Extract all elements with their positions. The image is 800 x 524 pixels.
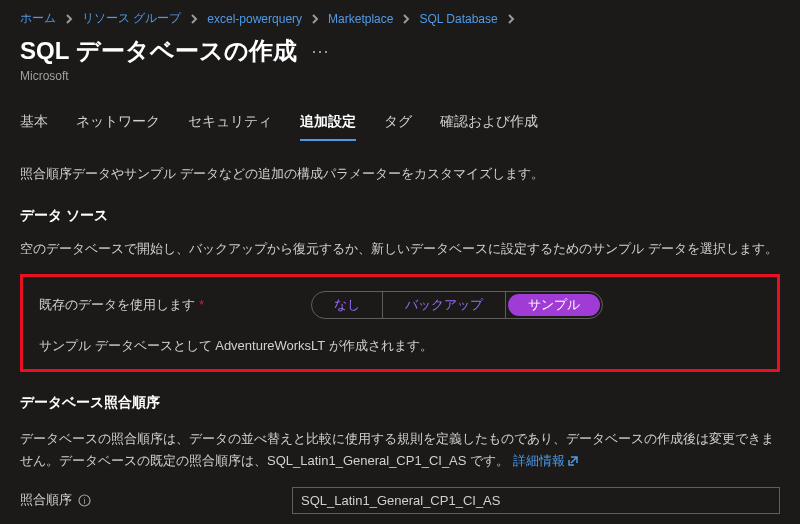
tabs: 基本 ネットワーク セキュリティ 追加設定 タグ 確認および作成	[20, 113, 780, 142]
collation-desc: データベースの照合順序は、データの並べ替えと比較に使用する規則を定義したものであ…	[20, 428, 780, 473]
tab-network[interactable]: ネットワーク	[76, 113, 160, 141]
breadcrumb-item[interactable]: excel-powerquery	[207, 12, 302, 26]
tab-tags[interactable]: タグ	[384, 113, 412, 141]
page-subtitle: Microsoft	[20, 69, 780, 83]
breadcrumb-item[interactable]: SQL Database	[419, 12, 497, 26]
more-actions-button[interactable]: ⋯	[311, 40, 331, 62]
breadcrumb-item[interactable]: Marketplace	[328, 12, 393, 26]
tab-additional-settings[interactable]: 追加設定	[300, 113, 356, 141]
chevron-right-icon	[506, 14, 516, 24]
data-option-segmented: なし バックアップ サンプル	[311, 291, 603, 319]
data-option-none[interactable]: なし	[312, 292, 383, 318]
chevron-right-icon	[401, 14, 411, 24]
breadcrumb: ホーム リソース グループ excel-powerquery Marketpla…	[20, 8, 780, 35]
chevron-right-icon	[310, 14, 320, 24]
info-icon[interactable]: i	[78, 494, 91, 507]
use-existing-data-label: 既存のデータを使用します *	[39, 296, 299, 314]
external-link-icon	[568, 451, 578, 473]
data-option-backup[interactable]: バックアップ	[383, 292, 506, 318]
tab-basic[interactable]: 基本	[20, 113, 48, 141]
collation-section-title: データベース照合順序	[20, 394, 780, 412]
learn-more-link[interactable]: 詳細情報	[513, 453, 579, 468]
tab-security[interactable]: セキュリティ	[188, 113, 272, 141]
datasource-section-title: データ ソース	[20, 207, 780, 225]
intro-text: 照合順序データやサンプル データなどの追加の構成パラメーターをカスタマイズします…	[20, 164, 780, 185]
sample-note: サンプル データベースとして AdventureWorksLT が作成されます。	[39, 337, 761, 355]
collation-label: 照合順序 i	[20, 491, 280, 509]
datasource-desc: 空のデータベースで開始し、バックアップから復元するか、新しいデータベースに設定す…	[20, 239, 780, 260]
breadcrumb-item[interactable]: リソース グループ	[82, 10, 181, 27]
chevron-right-icon	[64, 14, 74, 24]
data-option-sample[interactable]: サンプル	[508, 294, 600, 316]
breadcrumb-item[interactable]: ホーム	[20, 10, 56, 27]
chevron-right-icon	[189, 14, 199, 24]
tab-review-create[interactable]: 確認および作成	[440, 113, 538, 141]
datasource-highlight: 既存のデータを使用します * なし バックアップ サンプル サンプル データベー…	[20, 274, 780, 372]
required-indicator: *	[199, 297, 204, 312]
svg-text:i: i	[84, 495, 86, 505]
page-title: SQL データベースの作成	[20, 35, 297, 67]
collation-input[interactable]	[292, 487, 780, 514]
